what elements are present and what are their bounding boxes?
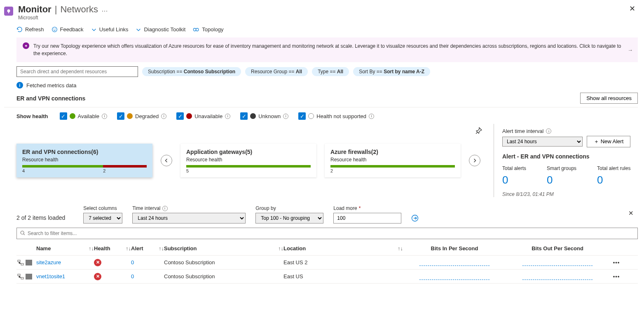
info-mini-icon[interactable]: i (162, 206, 168, 211)
refresh-icon (16, 26, 23, 33)
table-row[interactable]: vnet1tosite1 ✕ 0 Contoso Subscription Ea… (16, 270, 638, 284)
info-mini-icon[interactable]: i (102, 114, 107, 119)
useful-links-button[interactable]: Useful Links (91, 26, 129, 33)
search-icon (20, 230, 26, 237)
refresh-button[interactable]: Refresh (16, 26, 44, 33)
checkbox-unknown[interactable]: ✓ (240, 112, 248, 120)
card-app-gateways[interactable]: Application gateways(5) Resource health … (180, 144, 316, 177)
sort-loc-button[interactable]: ↑↓ (398, 245, 403, 251)
info-mini-icon[interactable]: i (225, 114, 230, 119)
checkbox-degraded[interactable]: ✓ (117, 112, 124, 120)
row-more-button[interactable]: ••• (613, 273, 620, 279)
resource-link[interactable]: vnet1tosite1 (36, 273, 65, 279)
sparkline-in (419, 263, 489, 266)
info-mini-icon[interactable]: i (369, 114, 374, 119)
alerts-since: Since 8/1/23, 01:41 PM (502, 191, 638, 197)
card-azure-firewalls[interactable]: Azure firewalls(2) Resource health 2 (325, 144, 461, 177)
row-more-button[interactable]: ••• (613, 259, 620, 265)
sort-name-button[interactable]: ↑↓ (89, 245, 94, 251)
section-title: ER and VPN connections (16, 95, 85, 102)
status-dot-available (70, 113, 75, 119)
alert-link[interactable]: 0 (131, 259, 134, 265)
info-mini-icon[interactable]: i (546, 128, 551, 134)
group-by-dropdown[interactable]: Top 100 - No grouping (255, 213, 323, 224)
more-icon[interactable]: … (101, 6, 108, 13)
diagnostic-toolkit-button[interactable]: Diagnostic Toolkit (136, 26, 185, 33)
svg-point-6 (196, 28, 199, 31)
sort-alert-button[interactable]: ↑↓ (159, 245, 164, 251)
topology-banner[interactable]: ✦ Try our new Topology experience which … (16, 37, 638, 62)
compass-icon: ✦ (23, 42, 29, 49)
pin-icon[interactable] (475, 127, 482, 135)
feedback-button[interactable]: Feedback (52, 26, 84, 33)
page-title: Monitor (18, 4, 52, 15)
error-icon: ✕ (94, 259, 101, 266)
load-more-go-button[interactable] (411, 214, 419, 222)
svg-rect-10 (21, 263, 23, 265)
topology-icon (193, 27, 199, 33)
checkbox-unavailable[interactable]: ✓ (176, 112, 184, 120)
info-mini-icon[interactable]: i (283, 114, 288, 119)
time-interval-dropdown[interactable]: Last 24 hours (132, 213, 246, 224)
info-icon: i (16, 82, 23, 88)
alert-interval-select[interactable]: Last 24 hours (502, 137, 583, 147)
arrow-right-icon[interactable]: → (628, 47, 633, 53)
resource-link[interactable]: site2azure (36, 259, 61, 265)
checkbox-available[interactable]: ✓ (60, 112, 67, 120)
sort-sub-button[interactable]: ↑↓ (278, 245, 283, 251)
svg-point-8 (21, 231, 24, 234)
chevron-down-icon (91, 27, 97, 33)
svg-point-4 (55, 28, 56, 29)
svg-rect-9 (18, 260, 20, 262)
pill-sort[interactable]: Sort By == Sort by name A-Z (353, 67, 430, 76)
smile-icon (52, 26, 58, 33)
status-dot-unavailable (186, 113, 192, 119)
svg-rect-1 (8, 12, 9, 14)
filter-items-input[interactable] (16, 228, 638, 239)
nav-next-button[interactable] (469, 155, 480, 166)
alert-rules-value[interactable]: 0 (597, 174, 630, 186)
sort-health-button[interactable]: ↑↓ (126, 245, 131, 251)
pill-subscription[interactable]: Subscription == Contoso Subscription (142, 67, 241, 76)
sparkline-out (522, 263, 592, 266)
status-dot-not-supported (308, 113, 314, 119)
chevron-down-icon (136, 27, 141, 33)
new-alert-button[interactable]: ＋ New Alert (587, 136, 630, 147)
pill-resource-group[interactable]: Resource Group == All (245, 67, 308, 76)
info-message: Fetched metrics data (26, 82, 76, 88)
status-dot-unknown (250, 113, 256, 119)
page-section: Networks (60, 4, 98, 15)
svg-point-0 (7, 9, 10, 12)
resource-tree-icon (17, 274, 24, 279)
table-row[interactable]: site2azure ✕ 0 Contoso Subscription East… (16, 256, 638, 270)
load-more-input[interactable] (333, 213, 401, 224)
svg-point-3 (53, 28, 54, 29)
app-icon (4, 7, 13, 16)
status-dot-degraded (127, 113, 133, 119)
show-all-resources-button[interactable]: Show all resources (580, 93, 638, 104)
topology-button[interactable]: Topology (193, 26, 223, 33)
svg-point-5 (194, 28, 196, 31)
smart-groups-value[interactable]: 0 (547, 174, 576, 186)
card-er-vpn[interactable]: ER and VPN connections(6) Resource healt… (16, 144, 152, 177)
close-icon[interactable]: ✕ (629, 4, 635, 13)
alerts-title: Alert - ER and VPN connections (502, 153, 638, 160)
sparkline-in (419, 277, 489, 280)
total-alerts-value[interactable]: 0 (502, 174, 526, 186)
checkbox-not-supported[interactable]: ✓ (298, 112, 306, 120)
svg-rect-11 (18, 274, 20, 276)
svg-point-2 (52, 27, 57, 32)
alert-link[interactable]: 0 (131, 273, 134, 279)
sparkline-out (522, 277, 592, 280)
connection-icon (26, 260, 32, 265)
search-resources-input[interactable] (16, 66, 138, 77)
nav-prev-button[interactable] (161, 155, 172, 166)
select-columns-dropdown[interactable]: 7 selected (83, 213, 122, 224)
resource-tree-icon (17, 260, 24, 265)
info-mini-icon[interactable]: i (161, 114, 166, 119)
org-label: Microsoft (18, 15, 638, 21)
pill-type[interactable]: Type == All (312, 67, 349, 76)
close-controls-icon[interactable]: ✕ (628, 210, 634, 217)
connection-icon (26, 274, 32, 279)
show-health-label: Show health (16, 113, 48, 119)
